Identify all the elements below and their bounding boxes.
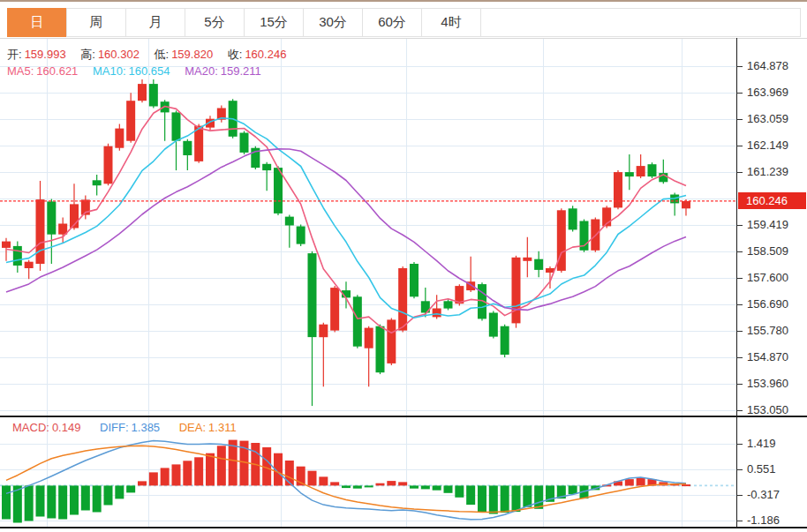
chart-plot-area[interactable]	[0, 2, 807, 532]
macd-histogram-bar	[433, 485, 441, 490]
candle-body	[25, 262, 34, 268]
macd-histogram-bar	[171, 464, 180, 485]
tab-month[interactable]: 月	[125, 8, 185, 37]
candle-body	[443, 301, 452, 308]
macd-histogram-bar	[330, 482, 339, 485]
candle-body	[285, 217, 294, 226]
macd-histogram-bar	[534, 485, 543, 508]
macd-histogram-bar	[365, 485, 373, 487]
candle-body	[103, 146, 112, 184]
candle-body	[93, 180, 102, 185]
macd-histogram-bar	[637, 477, 645, 485]
close-label: 收:	[228, 48, 243, 61]
macd-histogram-bar	[103, 485, 112, 505]
candle-body	[614, 172, 622, 207]
macd-histogram-bar	[319, 476, 328, 485]
price-axis-label: 153.050	[747, 403, 788, 417]
macd-histogram-bar	[35, 485, 44, 516]
candle-body	[330, 288, 339, 331]
macd-histogram-bar	[523, 485, 532, 506]
tab-30min[interactable]: 30分	[303, 8, 363, 37]
diff-line	[6, 441, 686, 520]
candle-body	[138, 84, 147, 101]
price-axis-label: 164.878	[747, 59, 788, 73]
macd-histogram-bar	[342, 485, 351, 488]
macd-histogram-bar	[217, 446, 226, 485]
open-value: 159.993	[25, 48, 66, 61]
dea-label: DEA:	[179, 421, 206, 434]
candle-body	[365, 328, 373, 348]
price-axis-label: 159.419	[747, 218, 788, 232]
candle-body	[387, 319, 396, 363]
macd-histogram-bar	[375, 483, 384, 486]
low-value: 159.820	[171, 48, 213, 61]
ma5-readout: MA5:160.621	[7, 64, 78, 78]
macd-histogram-bar	[625, 479, 634, 485]
open-readout: 开:159.993	[7, 48, 66, 61]
ma20-label: MA20:	[185, 64, 218, 78]
candle-body	[625, 172, 634, 176]
tab-60min[interactable]: 60分	[362, 8, 422, 37]
candle-body	[319, 325, 328, 338]
price-axis-label: 154.870	[747, 350, 788, 364]
tabbar-filler	[480, 8, 801, 37]
kline-chart-canvas	[0, 2, 807, 532]
tab-4hour[interactable]: 4时	[421, 8, 481, 37]
candle-body	[307, 253, 316, 337]
candle-body	[115, 129, 124, 148]
macd-histogram-bar	[194, 457, 203, 485]
tab-day[interactable]: 日	[7, 8, 67, 37]
candle-body	[637, 166, 645, 176]
macd-axis-label: -1.186	[747, 513, 780, 528]
macd-histogram-bar	[81, 485, 90, 510]
macd-axis-label: 0.551	[747, 462, 776, 476]
macd-histogram-bar	[455, 485, 464, 497]
candle-body	[353, 296, 362, 346]
macd-histogram-bar	[569, 485, 577, 494]
candle-body	[375, 326, 384, 373]
macd-axis-label: -0.317	[747, 488, 780, 502]
macd-histogram-bar	[70, 485, 79, 514]
price-axis-label: 157.600	[747, 271, 788, 285]
macd-histogram-bar	[478, 485, 486, 512]
tab-5min[interactable]: 5分	[185, 8, 245, 37]
macd-histogram-bar	[47, 485, 56, 518]
close-readout: 收:160.246	[228, 48, 287, 61]
macd-value: 0.149	[52, 421, 81, 434]
candle-body	[534, 259, 543, 270]
macd-histogram-bar	[443, 485, 452, 492]
candle-body	[569, 208, 577, 229]
dea-value-readout: DEA:1.311	[179, 421, 237, 434]
candle-body	[47, 201, 56, 234]
macd-readout: MACD:0.149 DIFF:1.385 DEA:1.311	[12, 421, 253, 434]
current-price-tag: 160.246	[738, 192, 806, 209]
candle-body	[489, 313, 498, 337]
diff-value-readout: DIFF:1.385	[100, 421, 160, 434]
ma20-readout: MA20:159.211	[185, 64, 261, 78]
macd-histogram-bar	[682, 484, 690, 486]
diff-label: DIFF:	[100, 421, 129, 434]
dea-value: 1.311	[208, 421, 237, 434]
macd-histogram-bar	[421, 485, 430, 489]
candle-body	[682, 201, 690, 208]
candle-body	[647, 164, 656, 176]
candle-body	[126, 101, 135, 141]
tab-15min[interactable]: 15分	[244, 8, 304, 37]
macd-histogram-bar	[353, 485, 362, 488]
price-axis-label: 163.969	[747, 86, 788, 100]
macd-histogram-bar	[501, 485, 509, 513]
macd-histogram-bar	[183, 461, 192, 485]
price-axis-label: 153.960	[747, 377, 788, 391]
tab-week[interactable]: 周	[66, 8, 126, 37]
macd-histogram-bar	[149, 472, 158, 485]
macd-histogram-bar	[126, 485, 135, 492]
period-tabbar: 日周月5分15分30分60分4时	[7, 8, 801, 37]
candle-body	[274, 168, 283, 214]
price-axis-label: 155.780	[747, 324, 788, 338]
candle-body	[297, 227, 305, 244]
ma5-label: MA5:	[7, 64, 34, 78]
candle-body	[35, 199, 44, 264]
macd-histogram-bar	[387, 481, 396, 485]
candle-body	[239, 133, 248, 153]
macd-histogram-bar	[206, 453, 215, 486]
